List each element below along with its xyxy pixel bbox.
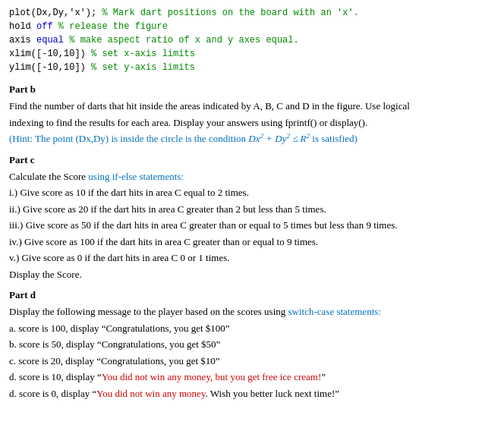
part-c-intro-plain: Calculate the Score (9, 171, 88, 182)
code-text: ylim([-10,10]) (9, 62, 91, 73)
part-b-text2: indexing to find the results for each ar… (9, 115, 495, 131)
code-text: axis (9, 35, 36, 46)
code-text: xlim([-10,10]) (9, 49, 91, 59)
part-c-line-4: iv.) Give score as 100 if the dart hits … (9, 234, 495, 250)
part-d-d1-highlight: You did not win any money, but you get f… (102, 371, 322, 382)
part-c-line-2: ii.) Give score as 20 if the dart hits i… (9, 202, 495, 217)
part-d-d2-highlight: You did not win any money (96, 388, 205, 399)
part-d-line-b: b. score is 50, display “Congratulations… (9, 337, 495, 352)
part-b-hint: (Hint: The point (Dx,Dy) is inside the c… (9, 131, 495, 146)
part-d-line-d2: d. score is 0, display “You did not win … (9, 386, 495, 401)
code-text: plot(Dx,Dy,'x'); (9, 8, 102, 18)
code-keyword: off (36, 21, 53, 32)
part-c-display: Display the Score. (9, 267, 495, 282)
code-comment: % set x-axis limits (91, 49, 195, 59)
hint-suffix: is satisfied) (310, 133, 358, 144)
part-d-line-c: c. score is 20, display “Congratulations… (9, 354, 495, 369)
section-part-c: Part c Calculate the Score using if-else… (9, 154, 495, 282)
part-d-intro: Display the following message to the pla… (9, 304, 495, 319)
part-d-intro-blue: switch-case statements: (288, 306, 381, 317)
part-d-d2-suffix: . Wish you better luck next time!” (206, 388, 340, 399)
code-text: hold (9, 21, 36, 32)
code-block: plot(Dx,Dy,'x'); % Mark dart positions o… (9, 6, 495, 74)
part-c-intro: Calculate the Score using if-else statem… (9, 169, 495, 184)
part-c-intro-blue: using if-else statements: (88, 171, 184, 182)
part-c-line-3: iii.) Give score as 50 if the dart hits … (9, 218, 495, 233)
code-comment: % Mark dart positions on the board with … (102, 8, 358, 18)
code-comment: % set y-axis limits (91, 62, 195, 73)
part-d-d1-prefix: d. score is 10, display “ (9, 371, 102, 382)
part-d-line-d1: d. score is 10, display “You did not win… (9, 370, 495, 385)
part-d-title: Part d (9, 289, 495, 301)
code-line-4: xlim([-10,10]) % set x-axis limits (9, 47, 495, 61)
code-keyword: equal (36, 35, 64, 46)
part-c-line-5: v.) Give score as 0 if the dart hits in … (9, 250, 495, 266)
part-d-intro-plain: Display the following message to the pla… (9, 306, 288, 317)
part-d-line-a: a. score is 100, display “Congratulation… (9, 321, 495, 336)
part-b-text1: Find the number of darts that hit inside… (9, 99, 495, 114)
part-d-d2-prefix: d. score is 0, display “ (9, 388, 96, 399)
code-line-2: hold off % release the figure (9, 20, 495, 33)
code-line-5: ylim([-10,10]) % set y-axis limits (9, 61, 495, 74)
part-c-line-1: i.) Give score as 10 if the dart hits in… (9, 185, 495, 200)
code-comment: % release the figure (53, 21, 168, 32)
hint-text: (Hint: The point (Dx,Dy) is inside the c… (9, 133, 248, 144)
part-d-d1-suffix: ” (321, 371, 326, 382)
part-c-title: Part c (9, 154, 495, 166)
code-line-1: plot(Dx,Dy,'x'); % Mark dart positions o… (9, 6, 495, 20)
section-part-d: Part d Display the following message to … (9, 289, 495, 401)
code-line-3: axis equal % make aspect ratio of x and … (9, 33, 495, 47)
part-b-title: Part b (9, 83, 495, 96)
hint-math: Dx2 + Dy2 ≤ R2 (248, 133, 310, 144)
code-comment: % make aspect ratio of x and y axes equa… (64, 35, 299, 46)
section-part-b: Part b Find the number of darts that hit… (9, 83, 495, 146)
